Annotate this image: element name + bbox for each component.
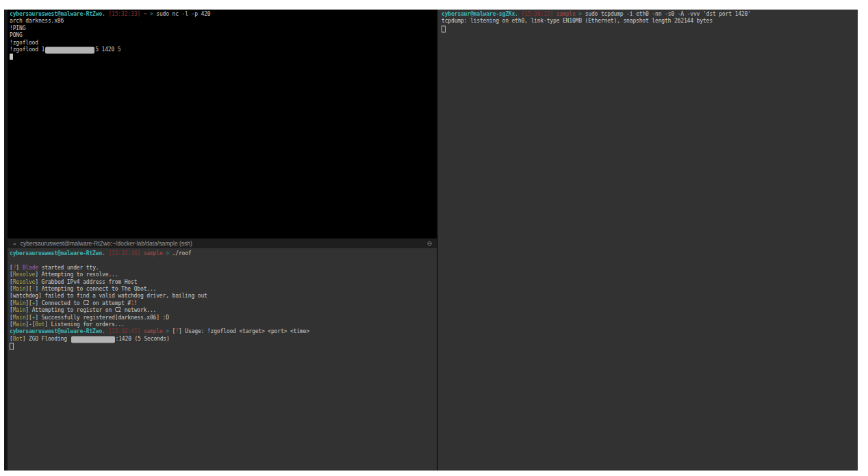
terminal-text: Blade xyxy=(23,265,38,271)
terminal-line: [?] Blade started under tty. xyxy=(10,265,437,272)
collapse-pane-icon[interactable]: ⊖ xyxy=(426,240,432,247)
terminal-line: [Main][+] Successfully registered[darkne… xyxy=(10,315,437,321)
terminal-text: ][ xyxy=(25,286,31,292)
terminal-text: ] Listening for orders... xyxy=(44,321,124,328)
redacted-ip-address xyxy=(45,47,94,53)
terminal-text: Main xyxy=(13,321,26,328)
terminal-tab-bar: × cybersauruswest@malware-RtZwo:~/docker… xyxy=(8,238,437,248)
terminal-text: sample xyxy=(557,11,576,17)
terminal-text: ]-[ xyxy=(25,321,35,328)
terminal-text: sample xyxy=(144,250,163,256)
terminal-line xyxy=(10,53,437,60)
terminal-text: [watchdog] failed to find a valid watchd… xyxy=(10,293,207,299)
terminal-cursor xyxy=(10,54,13,60)
terminal-window: cybersauruswest@malware-RtZwo. [15:32:33… xyxy=(4,10,858,471)
terminal-text: sudo nc -l -p 420 xyxy=(153,11,211,17)
terminal-text: [ xyxy=(169,328,175,334)
terminal-pane-nc-listener[interactable]: cybersauruswest@malware-RtZwo. [15:32:33… xyxy=(8,10,437,238)
terminal-line: [Main]-[Bot] Listening for orders... xyxy=(10,321,437,328)
terminal-text: ][ xyxy=(25,315,31,321)
terminal-line: [Resolve] Grabbed IPv4 address from Host xyxy=(10,279,437,286)
terminal-text: ] Usage: !zgoflood <target> <port> <time… xyxy=(179,328,309,334)
terminal-text: cybersauruswest@malware-RtZwo. xyxy=(10,11,105,17)
close-icon[interactable]: × xyxy=(13,241,16,247)
terminal-text: [15:32:33] xyxy=(108,11,140,17)
terminal-text: ./roof xyxy=(169,250,192,256)
terminal-line: [Resolve] Attempting to resolve... xyxy=(10,272,437,278)
terminal-text: ] Successfully registered[darkness.x86] … xyxy=(35,315,169,321)
terminal-text: cybersaur@malware-sgZKx. xyxy=(442,11,518,17)
terminal-line xyxy=(10,257,437,264)
terminal-line: [Main] Attempting to register on C2 netw… xyxy=(10,307,437,314)
terminal-text: [15:30:15] xyxy=(521,11,553,17)
terminal-text: Bot xyxy=(13,336,23,342)
terminal-line: cybersaur@malware-sgZKx. [15:30:15] samp… xyxy=(442,11,858,18)
terminal-line: tcpdump: listening on eth0, link-type EN… xyxy=(442,18,858,25)
terminal-line: [Main][!] Attempting to connect to The Q… xyxy=(10,286,437,293)
terminal-text: arch darkness.x86 xyxy=(10,18,64,24)
terminal-line: [watchdog] failed to find a valid watchd… xyxy=(10,293,437,300)
terminal-line xyxy=(10,343,437,349)
terminal-text: ][ xyxy=(25,300,31,306)
screen: cybersauruswest@malware-RtZwo. [15:32:33… xyxy=(0,0,868,476)
redacted-ip-address xyxy=(71,336,115,343)
terminal-text: ] Attempting to register on C2 network..… xyxy=(25,307,156,313)
terminal-text: PONG xyxy=(10,32,23,38)
terminal-text: tcpdump: listening on eth0, link-type EN… xyxy=(442,18,713,24)
terminal-text: ] xyxy=(16,265,22,271)
terminal-line: PONG xyxy=(10,32,437,39)
terminal-line: !PING xyxy=(10,25,437,32)
terminal-text: sample xyxy=(144,328,163,334)
terminal-text: !zgoflood xyxy=(10,40,38,46)
terminal-line: arch darkness.x86 xyxy=(10,18,437,25)
terminal-line xyxy=(442,25,858,32)
terminal-text: 5 1420 5 xyxy=(95,47,120,53)
terminal-cursor xyxy=(10,343,14,350)
terminal-text xyxy=(10,257,13,263)
terminal-text: !zgoflood 1 xyxy=(10,47,44,53)
terminal-line: cybersauruswest@malware-RtZwo. [15:32:41… xyxy=(10,328,437,335)
terminal-line: cybersauruswest@malware-RtZwo. [15:32:33… xyxy=(10,11,437,18)
terminal-pane-bot-session[interactable]: cybersauruswest@malware-RtZwo. [15:32:36… xyxy=(8,248,437,471)
terminal-text: ] Grabbed IPv4 address from Host xyxy=(35,279,137,285)
terminal-text: started under tty. xyxy=(38,265,99,271)
terminal-cursor xyxy=(442,25,446,32)
terminal-text: ] ZGO Flooding xyxy=(23,336,71,342)
terminal-line: [Bot] ZGO Flooding :1420 (5 Seconds) xyxy=(10,336,437,343)
terminal-text: Bot xyxy=(35,321,44,328)
tab-title: cybersauruswest@malware-RtZwo:~/docker-l… xyxy=(21,240,192,247)
terminal-text: cybersauruswest@malware-RtZwo. xyxy=(10,328,105,334)
terminal-line: !zgoflood xyxy=(10,40,437,47)
terminal-line: cybersauruswest@malware-RtZwo. [15:32:36… xyxy=(10,250,437,257)
terminal-text: !PING xyxy=(10,25,25,31)
terminal-text: :1420 (5 Seconds) xyxy=(116,336,170,342)
terminal-text: sudo tcpdump -i eth0 -nn -s0 -A -vvv 'ds… xyxy=(582,11,751,17)
terminal-text: ] Attempting to connect to The Qbot... xyxy=(35,286,156,292)
terminal-text: Main xyxy=(13,300,26,306)
terminal-text: [15:32:41] xyxy=(108,328,140,334)
terminal-text: ] Connected to C2 on attempt # xyxy=(35,300,131,306)
terminal-text: Main xyxy=(13,286,26,292)
terminal-text: Resolve xyxy=(13,279,36,285)
terminal-text: ] Attempting to resolve... xyxy=(35,272,118,278)
terminal-line: [Main][+] Connected to C2 on attempt #1! xyxy=(10,300,437,307)
terminal-text: Main xyxy=(13,315,26,321)
terminal-text: [15:32:36] xyxy=(108,250,140,256)
terminal-text: ! xyxy=(134,300,138,306)
terminal-text: Resolve xyxy=(13,272,36,278)
terminal-pane-tcpdump[interactable]: cybersaur@malware-sgZKx. [15:30:15] samp… xyxy=(438,10,858,471)
terminal-text: Main xyxy=(13,307,26,313)
terminal-text: cybersauruswest@malware-RtZwo. xyxy=(10,250,105,256)
terminal-line: !zgoflood 15 1420 5 xyxy=(10,47,437,53)
